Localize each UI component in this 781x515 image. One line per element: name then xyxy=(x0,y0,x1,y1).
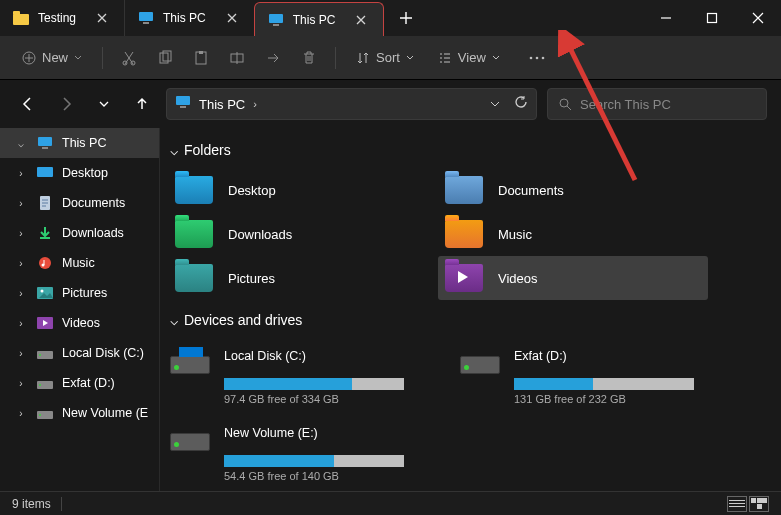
chevron-right-icon[interactable]: › xyxy=(14,288,28,299)
back-button[interactable] xyxy=(14,90,42,118)
minimize-button[interactable] xyxy=(643,0,689,36)
refresh-button[interactable] xyxy=(514,95,528,113)
chevron-right-icon[interactable]: › xyxy=(253,98,257,110)
sidebar-item-label: Pictures xyxy=(62,286,107,300)
new-tab-button[interactable] xyxy=(384,0,428,36)
sidebar-item-label: Exfat (D:) xyxy=(62,376,115,390)
this-pc-icon xyxy=(137,10,155,26)
sidebar-item-downloads[interactable]: ›Downloads xyxy=(0,218,159,248)
sidebar-item-new-volume[interactable]: ›New Volume (E xyxy=(0,398,159,428)
search-placeholder: Search This PC xyxy=(580,97,671,112)
chevron-right-icon[interactable]: › xyxy=(14,318,28,329)
svg-rect-1 xyxy=(13,11,20,15)
chevron-right-icon[interactable]: › xyxy=(14,198,28,209)
chevron-right-icon[interactable]: › xyxy=(14,408,28,419)
sort-button[interactable]: Sort xyxy=(346,44,424,71)
sidebar-item-local-disk[interactable]: ›Local Disk (C:) xyxy=(0,338,159,368)
chevron-right-icon[interactable]: › xyxy=(14,348,28,359)
chevron-down-icon[interactable]: ⌵ xyxy=(14,138,28,149)
tab-label: This PC xyxy=(293,13,336,27)
svg-point-9 xyxy=(131,61,135,65)
view-button[interactable]: View xyxy=(428,44,510,71)
close-icon[interactable] xyxy=(224,10,240,26)
details-view-button[interactable] xyxy=(727,496,747,512)
chevron-right-icon[interactable]: › xyxy=(14,258,28,269)
close-icon[interactable] xyxy=(353,12,369,28)
content-pane[interactable]: ⌵ Folders Desktop Documents Downloads Mu… xyxy=(160,128,781,491)
chevron-down-icon[interactable] xyxy=(490,95,500,113)
sidebar-item-documents[interactable]: ›Documents xyxy=(0,188,159,218)
command-toolbar: New Sort View xyxy=(0,36,781,80)
drive-icon xyxy=(36,345,54,361)
drive-new-volume[interactable]: New Volume (E:) 54.4 GB free of 140 GB xyxy=(168,415,438,482)
svg-rect-21 xyxy=(38,137,52,146)
share-button[interactable] xyxy=(257,44,289,72)
drive-icon xyxy=(168,415,212,451)
search-box[interactable]: Search This PC xyxy=(547,88,767,120)
new-button[interactable]: New xyxy=(12,44,92,71)
sidebar-item-music[interactable]: ›Music xyxy=(0,248,159,278)
svg-rect-6 xyxy=(708,14,717,23)
tab-this-pc-1[interactable]: This PC xyxy=(124,0,254,36)
paste-button[interactable] xyxy=(185,44,217,72)
folder-videos[interactable]: Videos xyxy=(438,256,708,300)
close-icon[interactable] xyxy=(94,10,110,26)
folders-grid: Desktop Documents Downloads Music Pictur… xyxy=(168,168,781,300)
folder-icon xyxy=(12,10,30,26)
address-bar[interactable]: This PC › xyxy=(166,88,537,120)
copy-button[interactable] xyxy=(149,44,181,72)
search-icon xyxy=(558,97,572,111)
chevron-down-icon[interactable]: ⌵ xyxy=(170,142,178,158)
close-window-button[interactable] xyxy=(735,0,781,36)
svg-rect-23 xyxy=(37,167,53,177)
drive-icon xyxy=(36,405,54,421)
chevron-right-icon[interactable]: › xyxy=(14,378,28,389)
folder-documents[interactable]: Documents xyxy=(438,168,708,212)
folder-downloads[interactable]: Downloads xyxy=(168,212,438,256)
delete-button[interactable] xyxy=(293,44,325,72)
folder-label: Music xyxy=(498,227,532,242)
drive-icon xyxy=(458,338,502,374)
chevron-right-icon[interactable]: › xyxy=(14,168,28,179)
forward-button[interactable] xyxy=(52,90,80,118)
sidebar-item-exfat[interactable]: ›Exfat (D:) xyxy=(0,368,159,398)
svg-point-25 xyxy=(39,257,51,269)
svg-point-15 xyxy=(530,56,533,59)
group-header-label: Folders xyxy=(184,142,231,158)
tab-testing[interactable]: Testing xyxy=(0,0,124,36)
tab-label: This PC xyxy=(163,11,206,25)
sidebar-item-desktop[interactable]: ›Desktop xyxy=(0,158,159,188)
downloads-icon xyxy=(36,225,54,241)
this-pc-icon xyxy=(267,12,285,28)
status-bar: 9 items xyxy=(0,491,781,515)
folder-pictures[interactable]: Pictures xyxy=(168,256,438,300)
tab-label: Testing xyxy=(38,11,76,25)
sidebar-this-pc[interactable]: ⌵ This PC xyxy=(0,128,159,158)
documents-icon xyxy=(36,195,54,211)
sidebar-item-videos[interactable]: ›Videos xyxy=(0,308,159,338)
tiles-view-button[interactable] xyxy=(749,496,769,512)
svg-point-16 xyxy=(536,56,539,59)
group-header-folders[interactable]: ⌵ Folders xyxy=(170,142,781,158)
folder-music[interactable]: Music xyxy=(438,212,708,256)
svg-rect-0 xyxy=(13,14,29,25)
group-header-drives[interactable]: ⌵ Devices and drives xyxy=(170,312,781,328)
recent-button[interactable] xyxy=(90,90,118,118)
maximize-button[interactable] xyxy=(689,0,735,36)
up-button[interactable] xyxy=(128,90,156,118)
more-button[interactable] xyxy=(520,45,554,71)
drive-free-text: 54.4 GB free of 140 GB xyxy=(224,470,438,482)
cut-button[interactable] xyxy=(113,44,145,72)
chevron-right-icon[interactable]: › xyxy=(14,228,28,239)
svg-point-8 xyxy=(123,61,127,65)
folder-desktop[interactable]: Desktop xyxy=(168,168,438,212)
svg-rect-4 xyxy=(269,14,283,23)
drive-exfat[interactable]: Exfat (D:) 131 GB free of 232 GB xyxy=(458,338,728,405)
drive-local-disk[interactable]: Local Disk (C:) 97.4 GB free of 334 GB xyxy=(168,338,438,405)
rename-button[interactable] xyxy=(221,44,253,72)
breadcrumb-root[interactable]: This PC xyxy=(199,97,245,112)
folder-label: Pictures xyxy=(228,271,275,286)
sidebar-item-pictures[interactable]: ›Pictures xyxy=(0,278,159,308)
chevron-down-icon[interactable]: ⌵ xyxy=(170,312,178,328)
tab-this-pc-2-active[interactable]: This PC xyxy=(254,2,385,36)
